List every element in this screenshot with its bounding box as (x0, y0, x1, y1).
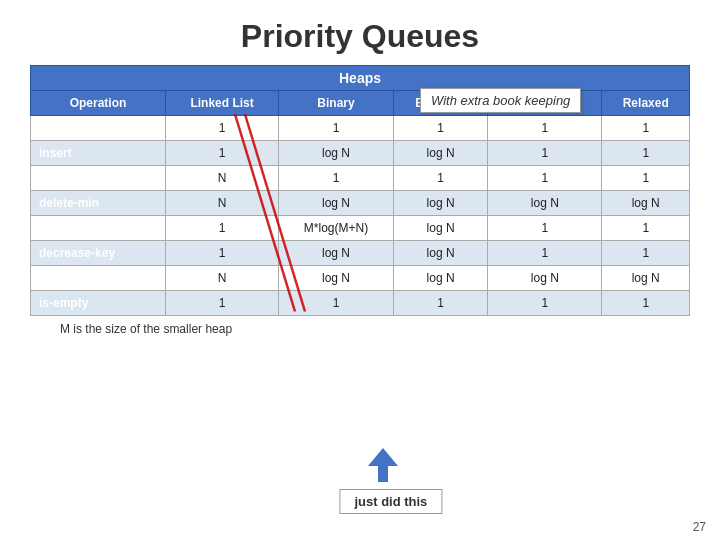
op-cell: decrease-key (31, 241, 166, 266)
data-cell: log N (279, 191, 394, 216)
data-cell: log N (393, 216, 487, 241)
data-cell: 1 (602, 216, 690, 241)
table-row: union1M*log(M+N)log N11 (31, 216, 690, 241)
data-cell: 1 (166, 116, 279, 141)
col-relaxed: Relaxed (602, 91, 690, 116)
table-body: make-heap11111insert1log Nlog N11find-mi… (31, 116, 690, 316)
data-cell: M*log(M+N) (279, 216, 394, 241)
data-cell: 1 (602, 291, 690, 316)
col-operation: Operation (31, 91, 166, 116)
data-cell: 1 (393, 291, 487, 316)
table-row: decrease-key1log Nlog N11 (31, 241, 690, 266)
data-cell: 1 (488, 166, 602, 191)
up-arrow (368, 448, 398, 486)
data-cell: 1 (602, 141, 690, 166)
data-cell: 1 (602, 241, 690, 266)
data-cell: log N (393, 141, 487, 166)
table-row: make-heap11111 (31, 116, 690, 141)
data-cell: 1 (166, 241, 279, 266)
footer-note: M is the size of the smaller heap (60, 322, 232, 336)
data-cell: log N (602, 266, 690, 291)
data-cell: N (166, 166, 279, 191)
data-cell: 1 (279, 116, 394, 141)
op-cell: make-heap (31, 116, 166, 141)
col-binary: Binary (279, 91, 394, 116)
data-cell: 1 (393, 116, 487, 141)
page-number: 27 (693, 520, 706, 534)
op-cell: insert (31, 141, 166, 166)
heaps-header: Heaps (31, 66, 690, 91)
data-cell: 1 (166, 141, 279, 166)
data-cell: log N (488, 266, 602, 291)
just-did-this-label: just did this (339, 489, 442, 514)
data-cell: log N (393, 191, 487, 216)
priority-queues-table: Heaps Operation Linked List Binary Binom… (30, 65, 690, 316)
data-cell: 1 (602, 116, 690, 141)
svg-marker-2 (368, 448, 398, 482)
col-linked-list: Linked List (166, 91, 279, 116)
page-title: Priority Queues (0, 0, 720, 65)
data-cell: 1 (393, 166, 487, 191)
data-cell: log N (393, 266, 487, 291)
op-cell: is-empty (31, 291, 166, 316)
data-cell: log N (602, 191, 690, 216)
data-cell: N (166, 191, 279, 216)
data-cell: log N (279, 241, 394, 266)
data-cell: log N (488, 191, 602, 216)
data-cell: 1 (488, 216, 602, 241)
data-cell: 1 (166, 216, 279, 241)
column-headers: Operation Linked List Binary Binomial Fi… (31, 91, 690, 116)
data-cell: 1 (166, 291, 279, 316)
table-container: Heaps Operation Linked List Binary Binom… (30, 65, 690, 316)
data-cell: 1 (488, 116, 602, 141)
data-cell: 1 (488, 141, 602, 166)
extra-book-keeping-label: With extra book keeping (420, 88, 581, 113)
data-cell: 1 (279, 291, 394, 316)
data-cell: 1 (279, 166, 394, 191)
table-row: insert1log Nlog N11 (31, 141, 690, 166)
data-cell: log N (279, 141, 394, 166)
op-cell: find-min (31, 166, 166, 191)
data-cell: log N (393, 241, 487, 266)
data-cell: 1 (602, 166, 690, 191)
table-row: is-empty11111 (31, 291, 690, 316)
table-row: find-minN1111 (31, 166, 690, 191)
data-cell: log N (279, 266, 394, 291)
op-cell: delete (31, 266, 166, 291)
data-cell: 1 (488, 291, 602, 316)
op-cell: union (31, 216, 166, 241)
op-cell: delete-min (31, 191, 166, 216)
table-row: deleteNlog Nlog Nlog Nlog N (31, 266, 690, 291)
data-cell: 1 (488, 241, 602, 266)
table-row: delete-minNlog Nlog Nlog Nlog N (31, 191, 690, 216)
data-cell: N (166, 266, 279, 291)
